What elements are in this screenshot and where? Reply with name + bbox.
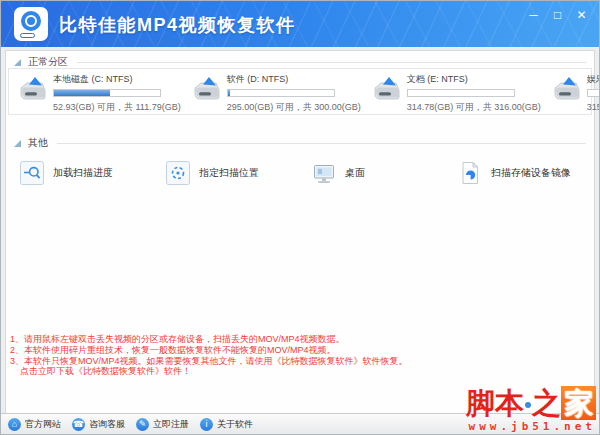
- drive-name: 娱乐 (F: NTFS): [587, 73, 600, 86]
- window-controls: ─ □ ✕: [526, 8, 589, 23]
- statusbar-link[interactable]: ☎ 咨询客服: [72, 418, 125, 431]
- other-tool-item[interactable]: 扫描存储设备镜像: [446, 161, 592, 185]
- drive-name: 软件 (D: NTFS): [227, 73, 361, 86]
- drive-item[interactable]: 文档 (E: NTFS) 314.78(GB) 可用，共 316.00(GB): [363, 69, 543, 114]
- app-logo-drive-icon: [14, 7, 48, 41]
- others-header-label: 其他: [28, 136, 48, 150]
- maximize-button[interactable]: □: [550, 8, 565, 23]
- statusbar-link-label: 立即注册: [153, 418, 189, 431]
- drive-usage-bar: [227, 89, 335, 97]
- drive-usage-fill: [54, 90, 110, 96]
- other-tool-item[interactable]: 桌面: [300, 161, 446, 185]
- target-scan-location-icon: [166, 161, 190, 185]
- statusbar-link[interactable]: i 关于软件: [200, 418, 253, 431]
- notice-block: 1、请用鼠标左键双击丢失视频的分区或存储设备，扫描丢失的MOV/MP4视频数据。…: [10, 334, 408, 377]
- drive-usage-bar: [587, 89, 600, 97]
- support-phone-icon: ☎: [72, 418, 85, 431]
- drive-usage-fill: [228, 90, 230, 96]
- statusbar-link-label: 官方网站: [25, 418, 61, 431]
- close-button[interactable]: ✕: [574, 8, 589, 23]
- statusbar-link-label: 咨询客服: [89, 418, 125, 431]
- desktop-monitor-icon: [312, 161, 336, 185]
- lens-circle-icon: [21, 11, 41, 31]
- other-tool-label: 指定扫描位置: [199, 166, 259, 180]
- about-info-icon: i: [200, 418, 213, 431]
- header-rule: [57, 143, 586, 144]
- partitions-header-label: 正常分区: [28, 55, 68, 69]
- drive-info: 软件 (D: NTFS) 295.00(GB) 可用，共 300.00(GB): [227, 73, 361, 114]
- drive-name: 本地磁盘 (C: NTFS): [53, 73, 181, 86]
- header-rule: [77, 62, 586, 63]
- statusbar-link[interactable]: ⌂ 官方网站: [8, 418, 61, 431]
- other-tool-item[interactable]: 加载扫描进度: [8, 161, 154, 185]
- drive-info: 娱乐 (F: NTFS) 315.38(GB) 可用，共 315.51(GB): [587, 73, 600, 114]
- load-scan-progress-icon: [20, 161, 44, 185]
- statusbar-link-label: 关于软件: [217, 418, 253, 431]
- other-tool-item[interactable]: 指定扫描位置: [154, 161, 300, 185]
- drive-slot-icon: [20, 33, 35, 38]
- notice-line: 2、本软件使用碎片重组技术，恢复一般数据恢复软件不能恢复的MOV/MP4视频。: [10, 345, 408, 356]
- storage-image-file-icon: [458, 161, 482, 185]
- drive-capacity-text: 315.38(GB) 可用，共 315.51(GB): [587, 101, 600, 114]
- home-icon: ⌂: [8, 418, 21, 431]
- drive-info: 本地磁盘 (C: NTFS) 52.93(GB) 可用，共 111.79(GB): [53, 73, 181, 114]
- drive-info: 文档 (E: NTFS) 314.78(GB) 可用，共 316.00(GB): [407, 73, 541, 114]
- statusbar-link[interactable]: ✎ 立即注册: [136, 418, 189, 431]
- statusbar: ⌂ 官方网站 ☎ 咨询客服 ✎ 立即注册 i 关于软件: [1, 413, 599, 434]
- drive-usage-bar: [407, 89, 515, 97]
- notice-line: 3、本软件只恢复MOV/MP4视频。如果需要恢复其他文件，请使用《比特数据恢复软…: [10, 356, 408, 367]
- others-row: 加载扫描进度 指定扫描位置 桌面 扫描存储设备镜像: [8, 152, 592, 194]
- drive-capacity-text: 314.78(GB) 可用，共 316.00(GB): [407, 101, 541, 114]
- window-title: 比特佳能MP4视频恢复软件: [59, 13, 296, 37]
- disk-drive-icon: [192, 76, 222, 106]
- titlebar[interactable]: 比特佳能MP4视频恢复软件 ─ □ ✕: [1, 1, 599, 47]
- drive-capacity-text: 52.93(GB) 可用，共 111.79(GB): [53, 101, 181, 114]
- other-tool-label: 桌面: [345, 166, 365, 180]
- drive-item[interactable]: 本地磁盘 (C: NTFS) 52.93(GB) 可用，共 111.79(GB): [9, 69, 183, 114]
- register-pencil-icon: ✎: [136, 418, 149, 431]
- other-tool-label: 加载扫描进度: [53, 166, 113, 180]
- minimize-button[interactable]: ─: [526, 8, 541, 23]
- other-tool-label: 扫描存储设备镜像: [491, 166, 571, 180]
- disk-drive-icon: [18, 76, 48, 106]
- app-window: 比特佳能MP4视频恢复软件 ─ □ ✕ 正常分区: [0, 0, 600, 435]
- drive-item[interactable]: 软件 (D: NTFS) 295.00(GB) 可用，共 300.00(GB): [183, 69, 363, 114]
- main-panel: 正常分区 本地磁盘 (C: NTFS): [5, 50, 595, 415]
- drive-capacity-text: 295.00(GB) 可用，共 300.00(GB): [227, 101, 361, 114]
- disk-drive-icon: [372, 76, 402, 106]
- section-collapse-triangle-icon[interactable]: [14, 59, 21, 66]
- disk-drive-icon: [552, 76, 582, 106]
- notice-line: 1、请用鼠标左键双击丢失视频的分区或存储设备，扫描丢失的MOV/MP4视频数据。: [10, 334, 408, 345]
- drive-usage-bar: [53, 89, 161, 97]
- drive-name: 文档 (E: NTFS): [407, 73, 541, 86]
- partitions-section-header: 正常分区: [14, 55, 586, 69]
- section-collapse-triangle-icon[interactable]: [14, 140, 21, 147]
- others-section-header: 其他: [14, 136, 586, 150]
- drive-item[interactable]: 娱乐 (F: NTFS) 315.38(GB) 可用，共 315.51(GB): [543, 69, 600, 114]
- notice-line: 点击立即下载《比特数据恢复软件》软件！: [10, 366, 408, 377]
- drives-row: 本地磁盘 (C: NTFS) 52.93(GB) 可用，共 111.79(GB): [8, 68, 592, 115]
